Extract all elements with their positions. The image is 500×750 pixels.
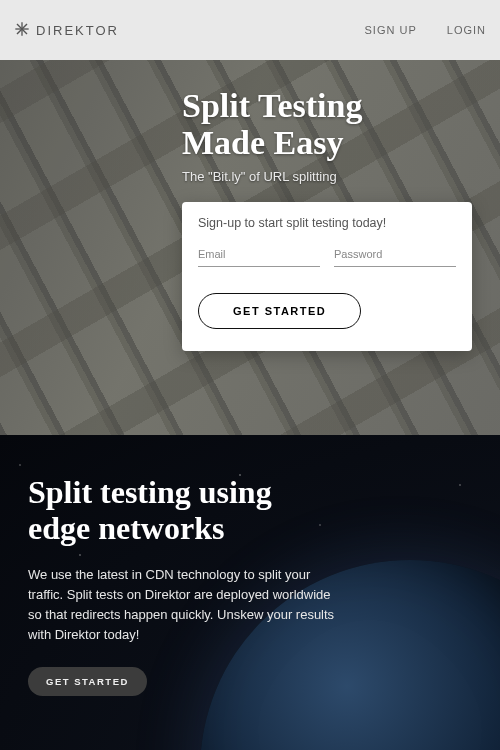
hero-title-line1: Split Testing [182, 87, 362, 124]
hero-title: Split Testing Made Easy [182, 88, 472, 161]
nav-login[interactable]: LOGIN [447, 24, 486, 36]
email-field[interactable] [198, 244, 320, 267]
signup-card: Sign-up to start split testing today! GE… [182, 202, 472, 351]
nav-signup[interactable]: SIGN UP [365, 24, 417, 36]
password-field[interactable] [334, 244, 456, 267]
edge-body: We use the latest in CDN technology to s… [28, 565, 338, 646]
brand[interactable]: DIREKTOR [14, 21, 119, 40]
get-started-button[interactable]: GET STARTED [198, 293, 361, 329]
brand-name: DIREKTOR [36, 23, 119, 38]
password-field-wrap [334, 244, 456, 267]
edge-section: Split testing using edge networks We use… [0, 435, 500, 750]
brand-asterisk-icon [14, 21, 30, 40]
hero-content: Split Testing Made Easy The "Bit.ly" of … [0, 60, 500, 351]
hero-title-line2: Made Easy [182, 124, 344, 161]
edge-heading: Split testing using edge networks [28, 475, 308, 547]
hero-section: Split Testing Made Easy The "Bit.ly" of … [0, 60, 500, 435]
email-field-wrap [198, 244, 320, 267]
nav-right: SIGN UP LOGIN [365, 24, 486, 36]
hero-subtitle: The "Bit.ly" of URL splitting [182, 169, 472, 184]
edge-get-started-button[interactable]: GET STARTED [28, 667, 147, 696]
top-bar: DIREKTOR SIGN UP LOGIN [0, 0, 500, 60]
signup-lead: Sign-up to start split testing today! [198, 216, 456, 230]
signup-fields [198, 244, 456, 267]
